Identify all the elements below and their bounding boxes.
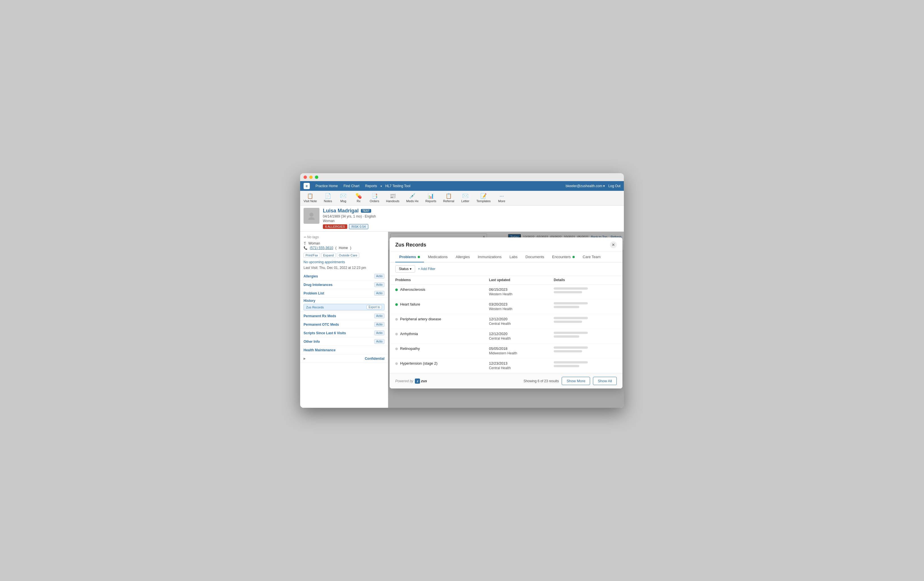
- user-menu[interactable]: bkeeler@zushealth.com: [566, 184, 605, 188]
- nav-practice-home[interactable]: Practice Home: [313, 184, 340, 188]
- patient-header: Luisa Madrigal TEST 04/14/1989 (34 yrs, …: [300, 206, 624, 232]
- zus-records-modal: Zus Records ✕ Problems Medications: [389, 238, 622, 388]
- health-maintenance-title: Health Maintenance: [304, 348, 336, 352]
- sidebar-drug-intolerances: Drug Intolerances Actio: [300, 281, 388, 289]
- table-row[interactable]: Atherosclerosis 06/15/2023 Western Healt…: [389, 284, 622, 299]
- zus-logo: z zus: [415, 378, 427, 384]
- table-row[interactable]: Retinopathy 05/05/2018 Midwestern Health: [389, 343, 622, 358]
- modal-close-button[interactable]: ✕: [610, 241, 617, 248]
- table-row[interactable]: Arrhythmia 12/12/2020 Central Health: [389, 329, 622, 343]
- problem-status-dot: [395, 303, 398, 306]
- toolbar-notes[interactable]: 📄 Notes: [320, 192, 336, 204]
- detail-bar-1: [554, 347, 588, 349]
- toolbar-letter[interactable]: ✉️ Letter: [458, 192, 473, 204]
- toolbar-orders[interactable]: 📑 Orders: [366, 192, 383, 204]
- toolbar-templates-label: Templates: [477, 199, 491, 203]
- drug-intolerances-action[interactable]: Actio: [374, 282, 384, 287]
- patient-detail: ⚧ Woman 📞 (571) 555-3610 (Home): [300, 240, 388, 252]
- col-details: Details: [548, 276, 622, 284]
- showing-count: Showing 6 of 23 results: [524, 379, 559, 383]
- other-info-title: Other Info: [304, 340, 320, 343]
- confidential-title: Confidential: [365, 357, 384, 361]
- close-button[interactable]: [304, 175, 307, 179]
- reports-icon: 📊: [427, 193, 434, 198]
- outside-care-button[interactable]: Outside Care: [337, 253, 359, 258]
- notes-icon: 📄: [325, 193, 331, 198]
- toolbar-rx-label: Rx: [356, 199, 360, 203]
- tab-documents[interactable]: Documents: [521, 252, 548, 262]
- patient-name: Luisa Madrigal: [323, 208, 359, 214]
- last-updated-cell: 03/20/2023 Western Health: [483, 299, 548, 314]
- nav-hl7[interactable]: HL7 Testing Tool: [383, 184, 412, 188]
- toolbar-msg[interactable]: ✉️ Msg: [336, 192, 351, 204]
- nav-reports[interactable]: Reports: [363, 184, 380, 188]
- filter-bar: Status ▾ + Add Filter: [389, 262, 622, 276]
- toolbar-reports[interactable]: 📊 Reports: [422, 192, 440, 204]
- problem-list-action[interactable]: Actio: [374, 291, 384, 295]
- sidebar-scripts: Scripts Since Last 6 Visits Actio: [300, 329, 388, 337]
- last-updated-date: 03/20/2023: [489, 302, 542, 306]
- last-updated-cell: 12/12/2020 Central Health: [483, 314, 548, 329]
- sidebar-problem-list: Problem List Actio: [300, 289, 388, 297]
- show-all-button[interactable]: Show All: [593, 377, 617, 385]
- main-area: ✏ No tags ⚧ Woman 📞 (571) 555-3610 (Home…: [300, 232, 624, 408]
- toolbar-templates[interactable]: 📝 Templates: [473, 192, 494, 204]
- tab-labs[interactable]: Labs: [505, 252, 521, 262]
- detail-bar-2: [554, 291, 582, 293]
- modal-header: Zus Records ✕: [389, 238, 622, 252]
- status-filter[interactable]: Status ▾: [395, 265, 415, 272]
- details-cell: [548, 358, 622, 373]
- add-filter-button[interactable]: + Add Filter: [418, 267, 435, 271]
- table-row[interactable]: Hypertension (stage 2) 12/23/2013 Centra…: [389, 358, 622, 373]
- toolbar-referral[interactable]: 📋 Referral: [440, 192, 458, 204]
- maximize-button[interactable]: [315, 175, 318, 179]
- scripts-action[interactable]: Actio: [374, 330, 384, 335]
- zus-records-bar: Zus Records Export to: [304, 304, 384, 310]
- toolbar-visit-note[interactable]: 📋 Visit Note: [300, 192, 320, 204]
- export-button[interactable]: Export to: [366, 305, 382, 309]
- logout-button[interactable]: Log Out: [608, 184, 620, 188]
- sidebar-health-maintenance: Health Maintenance: [300, 346, 388, 354]
- modal-overlay: Zus Records ✕ Problems Medications: [388, 232, 624, 408]
- test-badge: TEST: [361, 209, 371, 213]
- table-row[interactable]: Peripheral artery disease 12/12/2020 Cen…: [389, 314, 622, 329]
- expand-button[interactable]: Expand: [321, 253, 336, 258]
- tab-problems[interactable]: Problems: [395, 252, 424, 262]
- sidebar-permanent-otc: Permanent OTC Meds Actio: [300, 320, 388, 329]
- permanent-rx-title: Permanent Rx Meds: [304, 314, 336, 318]
- show-more-button[interactable]: Show More: [562, 377, 590, 385]
- permanent-otc-action[interactable]: Actio: [374, 322, 384, 327]
- last-updated-date: 05/05/2018: [489, 347, 542, 351]
- left-sidebar: ✏ No tags ⚧ Woman 📞 (571) 555-3610 (Home…: [300, 232, 388, 408]
- print-fax-button[interactable]: Print/Fax: [304, 253, 320, 258]
- other-info-action[interactable]: Actio: [374, 339, 384, 344]
- top-nav-right: bkeeler@zushealth.com Log Out: [566, 184, 620, 188]
- tab-encounters-label: Encounters: [552, 255, 571, 259]
- tab-encounters[interactable]: Encounters: [548, 252, 579, 262]
- patient-info: Luisa Madrigal TEST 04/14/1989 (34 yrs, …: [323, 208, 620, 229]
- allergies-badge[interactable]: 6 ALLERGIES: [323, 224, 347, 229]
- nav-find-chart[interactable]: Find Chart: [341, 184, 362, 188]
- toolbar-visit-note-label: Visit Note: [304, 199, 317, 203]
- patient-avatar: [304, 208, 320, 224]
- tab-allergies[interactable]: Allergies: [452, 252, 474, 262]
- modal-footer: Powered by z zus Showing 6 of 23 results…: [389, 373, 622, 388]
- permanent-rx-action[interactable]: Actio: [374, 314, 384, 319]
- problem-name-cell: Atherosclerosis: [389, 284, 483, 299]
- toolbar-more[interactable]: ··· More: [494, 192, 510, 204]
- sidebar-confidential[interactable]: ▶ Confidential: [300, 354, 388, 363]
- tab-medications[interactable]: Medications: [424, 252, 452, 262]
- problem-name-cell: Peripheral artery disease: [389, 314, 483, 329]
- table-row[interactable]: Heart failure 03/20/2023 Western Health: [389, 299, 622, 314]
- toolbar-rx[interactable]: 💊 Rx: [351, 192, 366, 204]
- tab-immunizations[interactable]: Immunizations: [474, 252, 505, 262]
- minimize-button[interactable]: [309, 175, 313, 179]
- modal-body: Status ▾ + Add Filter Problems Last upda…: [389, 262, 622, 373]
- last-updated-source: Central Health: [489, 322, 542, 326]
- toolbar-meds-hx[interactable]: 💉 Meds Hx: [403, 192, 422, 204]
- toolbar-handouts[interactable]: 📰 Handouts: [383, 192, 403, 204]
- letter-icon: ✉️: [462, 193, 469, 198]
- no-upcoming-appointments[interactable]: No upcoming appointments: [300, 259, 388, 265]
- tab-care-team[interactable]: Care Team: [579, 252, 604, 262]
- allergies-action[interactable]: Actio: [374, 274, 384, 279]
